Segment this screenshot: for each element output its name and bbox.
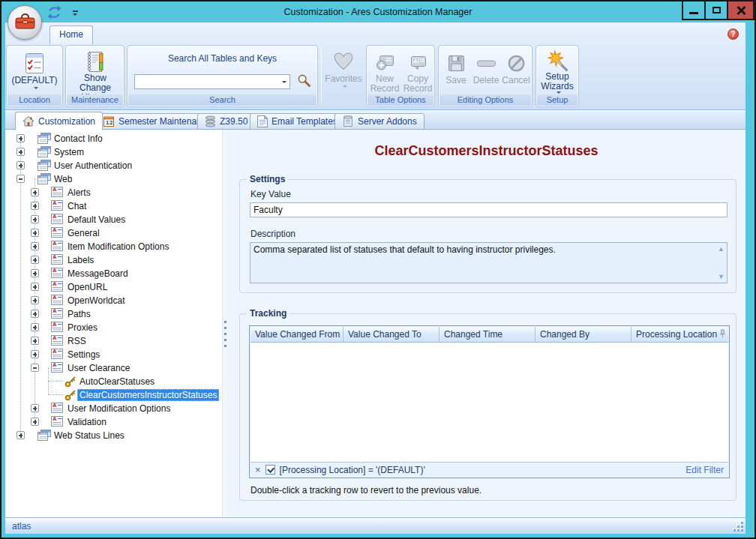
- tab-server-addons[interactable]: Server Addons: [334, 113, 424, 130]
- expand-button[interactable]: [31, 350, 39, 358]
- table-icon: A: [51, 268, 63, 280]
- expand-button[interactable]: [16, 148, 25, 156]
- tree-item-openworldcat[interactable]: AOpenWorldcat: [5, 293, 222, 307]
- tree-item-contact-info[interactable]: Contact Info: [5, 131, 222, 145]
- tree-item-system[interactable]: System: [5, 145, 222, 158]
- expand-button[interactable]: [31, 323, 39, 331]
- filter-enabled-checkbox[interactable]: [266, 465, 275, 475]
- column-header-value-changed-to[interactable]: Value Changed To: [344, 327, 440, 342]
- scroll-up-icon[interactable]: ▲: [718, 245, 724, 253]
- delete-icon: [476, 50, 496, 76]
- expand-button[interactable]: [31, 202, 39, 210]
- tree-item-item-modification-options[interactable]: AItem Modification Options: [5, 239, 222, 253]
- help-icon[interactable]: ?: [728, 28, 739, 40]
- scroll-down-icon[interactable]: ▼: [718, 273, 724, 280]
- application-menu-button[interactable]: [8, 5, 42, 40]
- expand-button[interactable]: [16, 134, 25, 142]
- expand-button[interactable]: [16, 431, 25, 439]
- email-icon: [257, 115, 268, 127]
- minimize-button[interactable]: [682, 1, 706, 20]
- tracking-group-label: Tracking: [247, 308, 290, 319]
- expand-button[interactable]: [31, 337, 39, 345]
- tree-item-proxies[interactable]: AProxies: [5, 320, 222, 334]
- svg-text:A: A: [413, 57, 417, 62]
- search-combobox[interactable]: [134, 74, 290, 89]
- new-record-button[interactable]: New Record: [368, 48, 401, 94]
- search-button[interactable]: [296, 73, 312, 90]
- copy-record-button[interactable]: A Copy Record: [401, 48, 434, 94]
- tree-item-autoclearstatuses[interactable]: AutoClearStatuses: [5, 374, 222, 388]
- tree-item-user-authentication[interactable]: User Authentication: [5, 158, 222, 172]
- edit-filter-link[interactable]: Edit Filter: [686, 465, 724, 475]
- tree-item-validation[interactable]: AValidation: [5, 415, 222, 428]
- pin-icon[interactable]: [719, 329, 726, 341]
- ribbon-group-editing-options: Save Delete Cancel Editing Options: [438, 45, 532, 107]
- tree-item-chat[interactable]: AChat: [5, 199, 222, 212]
- column-header-processing-location[interactable]: Processing Location: [632, 327, 728, 342]
- default-location-button[interactable]: (DEFAULT): [9, 48, 60, 94]
- tab-z39-50[interactable]: Z39.50: [197, 113, 255, 130]
- tree-item-label: Web: [52, 173, 74, 185]
- collapse-button[interactable]: [16, 175, 25, 183]
- tree-item-label: AutoClearStatuses: [77, 376, 157, 388]
- expand-button[interactable]: [31, 256, 39, 264]
- tab-customization[interactable]: Customization: [15, 112, 103, 130]
- expand-button[interactable]: [31, 404, 39, 412]
- expand-button[interactable]: [31, 229, 39, 237]
- column-header-changed-by[interactable]: Changed By: [536, 327, 632, 342]
- expand-button[interactable]: [31, 269, 39, 277]
- collapse-button[interactable]: [31, 364, 39, 372]
- tree-item-paths[interactable]: APaths: [5, 307, 222, 320]
- maximize-button[interactable]: [704, 1, 728, 20]
- tree-item-labels[interactable]: ALabels: [5, 253, 222, 266]
- sync-icon[interactable]: [46, 5, 62, 22]
- dropdown-arrow-icon: [343, 85, 347, 90]
- quick-access-dropdown-icon[interactable]: [71, 9, 80, 18]
- expand-button[interactable]: [16, 161, 25, 169]
- column-header-changed-time[interactable]: Changed Time: [440, 327, 536, 342]
- tree-item-user-clearance[interactable]: AUser Clearance: [5, 361, 222, 374]
- setup-wizards-button[interactable]: Setup Wizards: [538, 48, 577, 94]
- tree-item-web[interactable]: Web: [5, 172, 222, 185]
- tree-item-settings[interactable]: ASettings: [5, 347, 222, 361]
- tree-item-messageboard[interactable]: AMessageBoard: [5, 266, 222, 280]
- tree-item-alerts[interactable]: AAlerts: [5, 185, 222, 199]
- svg-text:12: 12: [106, 120, 113, 126]
- tree-item-rss[interactable]: ARSS: [5, 334, 222, 347]
- splitter[interactable]: [222, 130, 227, 517]
- cancel-label: Cancel: [502, 76, 530, 85]
- expand-button[interactable]: [31, 310, 39, 318]
- key-value-input[interactable]: [250, 202, 728, 217]
- expand-button[interactable]: [31, 418, 39, 426]
- save-button[interactable]: Save: [442, 48, 470, 94]
- expand-button[interactable]: [31, 242, 39, 250]
- combo-dropdown-button[interactable]: [278, 75, 290, 88]
- tree-item-label: User Authentication: [52, 160, 134, 172]
- tree-item-general[interactable]: AGeneral: [5, 226, 222, 239]
- tree-item-user-modification-options[interactable]: AUser Modification Options: [5, 401, 222, 415]
- expand-button[interactable]: [31, 283, 39, 291]
- cancel-button[interactable]: Cancel: [501, 48, 531, 94]
- tree-item-clearcustomersinstructorstatuses[interactable]: ClearCustomersInstructorStatuses: [5, 388, 222, 401]
- ribbon-tab-home[interactable]: Home: [50, 25, 93, 44]
- show-change-history-button[interactable]: Show Change History: [68, 48, 122, 94]
- resize-grip-icon[interactable]: [734, 522, 743, 532]
- close-button[interactable]: [727, 1, 754, 20]
- search-input[interactable]: [135, 76, 278, 88]
- favorites-button[interactable]: Favorites: [324, 46, 363, 96]
- title-bar[interactable]: Customization - Ares Customization Manag…: [2, 1, 754, 22]
- expand-button[interactable]: [31, 215, 39, 223]
- description-field[interactable]: Comma separated list of statuses that de…: [250, 242, 728, 283]
- tree-item-web-status-lines[interactable]: Web Status Lines: [5, 428, 222, 442]
- tree-item-openurl[interactable]: AOpenURL: [5, 280, 222, 293]
- splitter-grip-dot: [224, 321, 226, 323]
- tab-email-templates[interactable]: Email Templates: [250, 113, 345, 130]
- tree-item-default-values[interactable]: ADefault Values: [5, 212, 222, 226]
- tree-item-label: OpenURL: [65, 281, 110, 293]
- delete-button[interactable]: Delete: [471, 48, 501, 94]
- clear-filter-icon[interactable]: ×: [255, 466, 261, 475]
- column-header-label: Value Changed From: [255, 329, 340, 340]
- expand-button[interactable]: [31, 188, 39, 196]
- expand-button[interactable]: [31, 296, 39, 304]
- column-header-value-changed-from[interactable]: Value Changed From: [250, 327, 344, 342]
